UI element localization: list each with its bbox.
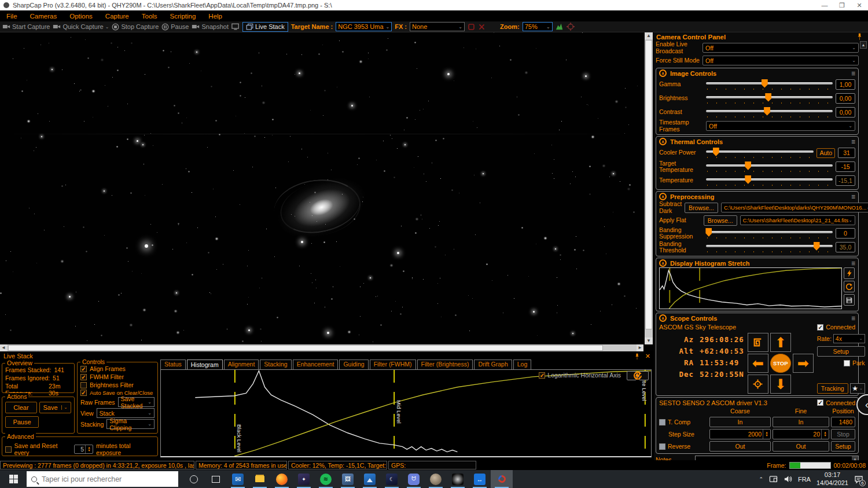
- tab-filter-brightness[interactable]: Filter (Brightness): [417, 359, 473, 369]
- cooler-auto-button[interactable]: Auto: [816, 148, 835, 158]
- quick-capture-button[interactable]: Quick Capture ⌄: [53, 23, 109, 31]
- target-name-select[interactable]: NGC 3953 Uma ⌄: [336, 22, 392, 31]
- gamma-value[interactable]: 1,00: [836, 79, 855, 90]
- reverse-checkbox[interactable]: [659, 443, 665, 450]
- tab-status[interactable]: Status: [160, 359, 186, 369]
- menu-file[interactable]: File: [0, 13, 24, 20]
- slew-left-button[interactable]: ⬅: [748, 354, 768, 373]
- brightness-value[interactable]: 0,00: [836, 93, 855, 104]
- image-horizontal-scrollbar[interactable]: ◄ ►: [0, 344, 643, 351]
- tab-alignment[interactable]: Alignment: [224, 359, 259, 369]
- zoom-select[interactable]: 75% ⌄: [523, 22, 553, 31]
- save-reset-checkbox[interactable]: [5, 446, 12, 453]
- menu-help[interactable]: Help: [202, 13, 229, 20]
- tray-volume-icon[interactable]: [784, 475, 792, 483]
- t-comp-checkbox[interactable]: [659, 419, 665, 425]
- stack-histogram-plot[interactable]: Black Level Mid Level White Level Logari…: [160, 369, 652, 457]
- tab-filter-fwhm[interactable]: Filter (FWHM): [370, 359, 416, 369]
- taskbar-image-viewer[interactable]: 🖼: [337, 470, 359, 488]
- scope-setup-button[interactable]: Setup: [817, 346, 865, 357]
- fine-in-button[interactable]: In: [773, 417, 829, 427]
- menu-tools[interactable]: Tools: [135, 13, 164, 20]
- vertical-scroll-thumb[interactable]: [645, 40, 652, 329]
- clear-button[interactable]: Clear: [5, 402, 37, 413]
- start-capture-button[interactable]: Start Capture: [2, 23, 50, 31]
- auto-stretch-button[interactable]: [844, 267, 855, 279]
- live-stack-button[interactable]: Live Stack: [242, 22, 288, 32]
- fine-out-button[interactable]: Out: [773, 441, 829, 452]
- taskbar-sharpcap[interactable]: [491, 470, 513, 488]
- pin-icon[interactable]: [634, 353, 641, 360]
- brightness-slider[interactable]: [706, 93, 833, 105]
- pin-icon[interactable]: [856, 33, 863, 41]
- close-button[interactable]: ✕: [851, 0, 868, 10]
- scroll-up-icon[interactable]: ▲: [645, 32, 653, 39]
- chevron-down-icon[interactable]: ⌄: [61, 405, 68, 410]
- collapse-icon[interactable]: ∧: [659, 193, 667, 200]
- burger-icon[interactable]: ≡: [851, 71, 855, 76]
- tracking-button[interactable]: Tracking: [817, 383, 848, 394]
- taskbar-stellarium[interactable]: ✦: [293, 470, 315, 488]
- tab-log[interactable]: Log: [513, 359, 532, 369]
- menu-capture[interactable]: Capture: [99, 13, 135, 20]
- fwhm-filter-checkbox[interactable]: [80, 374, 87, 380]
- contrast-value[interactable]: 0,00: [836, 107, 855, 118]
- start-button[interactable]: [0, 470, 27, 488]
- tray-language[interactable]: FRA: [798, 476, 811, 483]
- taskbar-nightsky-app[interactable]: ☾: [381, 470, 403, 488]
- tab-guiding[interactable]: Guiding: [339, 359, 368, 369]
- notes-textarea[interactable]: ▲ ▼: [695, 456, 859, 460]
- target-temperature-value[interactable]: -15: [836, 162, 855, 172]
- save-button[interactable]: Save ⌄: [39, 402, 71, 413]
- align-frames-checkbox[interactable]: [80, 366, 87, 372]
- taskbar-explorer[interactable]: [249, 470, 271, 488]
- reticle-button[interactable]: [567, 23, 575, 31]
- burger-icon[interactable]: ≡: [851, 260, 855, 266]
- taskbar-spotify[interactable]: ≋: [315, 470, 337, 488]
- fine-step-spinner[interactable]: 20 ▲▼: [773, 429, 829, 439]
- taskbar-mail[interactable]: ✉: [227, 470, 249, 488]
- apply-flat-browse-button[interactable]: Browse...: [704, 215, 737, 226]
- stretch-histogram-plot[interactable]: [659, 267, 842, 309]
- horizontal-scroll-thumb[interactable]: [8, 345, 603, 351]
- force-still-mode-select[interactable]: Off ⌄: [703, 56, 859, 65]
- view-select[interactable]: Stack ⌄: [97, 408, 155, 418]
- scope-connected-checkbox[interactable]: [817, 324, 823, 331]
- timestamp-frames-select[interactable]: Off ⌄: [706, 121, 855, 131]
- menu-options[interactable]: Options: [63, 13, 99, 20]
- burger-icon[interactable]: ≡: [851, 194, 855, 200]
- banding-suppression-slider[interactable]: [706, 228, 833, 240]
- burger-icon[interactable]: ≡: [851, 139, 855, 145]
- auto-save-checkbox[interactable]: [80, 390, 87, 396]
- banding-threshold-slider[interactable]: [706, 241, 833, 254]
- log-axis-checkbox[interactable]: [539, 372, 545, 379]
- subtract-dark-path-select[interactable]: C:\Users\SharkFleet\Desktop\darks\QHY290…: [721, 203, 868, 212]
- maximize-button[interactable]: ❐: [833, 0, 851, 10]
- tray-display-icon[interactable]: [769, 475, 778, 483]
- menu-scripting[interactable]: Scripting: [164, 13, 203, 20]
- coarse-out-button[interactable]: Out: [709, 441, 771, 452]
- banding-threshold-value[interactable]: 35,0: [836, 242, 855, 252]
- pause-button[interactable]: Pause: [5, 416, 39, 428]
- slew-down-button[interactable]: ⬇: [770, 375, 791, 394]
- minutes-spinner[interactable]: 5 ▲▼: [74, 445, 93, 454]
- banding-suppression-value[interactable]: 0: [836, 228, 855, 239]
- stacking-select[interactable]: Sigma Clipping ⌄: [106, 419, 155, 429]
- taskbar-discord[interactable]: ᗢ: [403, 470, 425, 488]
- target-temperature-slider[interactable]: [706, 161, 833, 173]
- tab-drift-graph[interactable]: Drift Graph: [474, 359, 512, 369]
- tray-notifications[interactable]: 6: [854, 474, 863, 485]
- minimize-button[interactable]: —: [816, 0, 833, 10]
- cooler-power-value[interactable]: 31: [838, 148, 855, 158]
- slew-right-button[interactable]: ➡: [793, 354, 814, 373]
- scroll-up-icon[interactable]: ▲: [860, 41, 867, 49]
- collapse-icon[interactable]: ∧: [659, 69, 667, 77]
- brightness-filter-checkbox[interactable]: [80, 382, 87, 388]
- tab-stacking[interactable]: Stacking: [260, 359, 291, 369]
- tray-chevron-up[interactable]: ⌃: [759, 476, 763, 482]
- cooler-power-slider[interactable]: [706, 147, 814, 159]
- tab-histogram[interactable]: Histogram: [187, 359, 223, 369]
- contrast-slider[interactable]: [706, 107, 833, 119]
- fx-select[interactable]: None ⌄: [410, 22, 465, 31]
- scroll-right-icon[interactable]: ►: [637, 344, 643, 351]
